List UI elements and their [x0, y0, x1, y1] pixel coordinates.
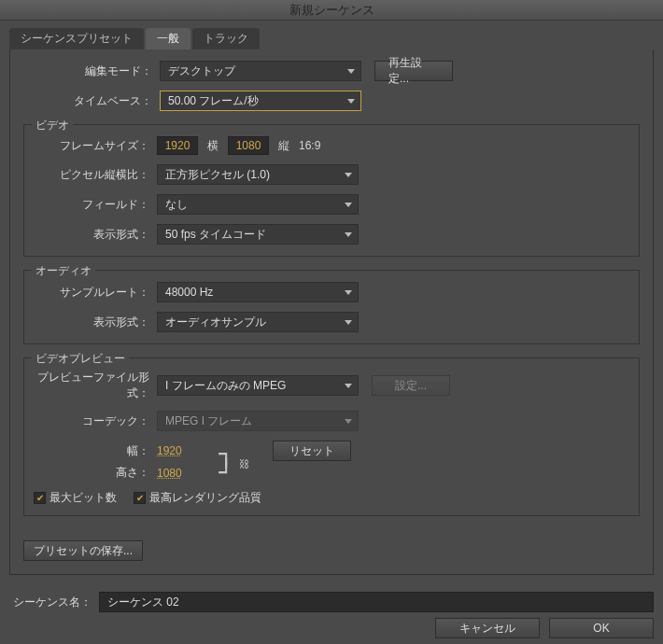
label-fields: フィールド： — [34, 197, 157, 213]
label-display-format-audio: 表示形式： — [34, 315, 157, 330]
video-display-format-dropdown[interactable]: 50 fps タイムコード — [157, 224, 359, 245]
label-sequence-name: シーケンス名： — [9, 595, 99, 610]
label-pixel-aspect: ピクセル縦横比： — [34, 167, 157, 183]
preview-group: ビデオプレビュー プレビューファイル形式： I フレームのみの MPEG 設定.… — [23, 357, 640, 516]
tab-sequence-presets[interactable]: シーケンスプリセット — [9, 28, 144, 49]
chevron-down-icon — [345, 320, 352, 325]
audio-display-format-value: オーディオサンプル — [165, 315, 266, 330]
label-display-format-video: 表示形式： — [34, 227, 157, 243]
label-height: 高さ： — [34, 465, 157, 481]
frame-width-input[interactable] — [157, 136, 198, 155]
window-titlebar: 新規シーケンス — [0, 0, 663, 21]
save-preset-button[interactable]: プリセットの保存... — [23, 540, 143, 561]
dialog-footer: キャンセル OK — [435, 618, 654, 638]
pixel-aspect-value: 正方形ピクセル (1.0) — [165, 167, 270, 183]
audio-group: オーディオ サンプルレート： 48000 Hz 表示形式： オーディオサンプル — [23, 270, 640, 344]
max-bit-depth-label: 最大ビット数 — [49, 490, 117, 506]
label-edit-mode: 編集モード： — [23, 63, 160, 79]
sample-rate-dropdown[interactable]: 48000 Hz — [157, 282, 359, 302]
preview-settings-button: 設定... — [372, 375, 450, 396]
codec-value: MPEG I フレーム — [165, 413, 252, 429]
edit-mode-value: デスクトップ — [168, 63, 235, 79]
max-bit-depth-checkbox[interactable]: ✔ 最大ビット数 — [34, 490, 117, 506]
label-timebase: タイムベース： — [23, 93, 160, 109]
preview-width-value[interactable]: 1920 — [157, 444, 190, 457]
video-legend: ビデオ — [32, 118, 73, 133]
check-icon: ✔ — [134, 492, 146, 504]
fields-dropdown[interactable]: なし — [157, 194, 359, 215]
tab-general[interactable]: 一般 — [146, 28, 190, 49]
preview-legend: ビデオプレビュー — [32, 351, 129, 367]
sequence-name-input[interactable] — [99, 592, 654, 612]
horiz-label: 横 — [207, 138, 219, 154]
chevron-down-icon — [345, 173, 352, 177]
audio-display-format-dropdown[interactable]: オーディオサンプル — [157, 312, 359, 332]
timebase-value: 50.00 フレーム/秒 — [168, 93, 259, 109]
check-icon: ✔ — [34, 492, 46, 504]
label-sample-rate: サンプルレート： — [34, 285, 157, 301]
max-render-quality-label: 最高レンダリング品質 — [149, 490, 261, 506]
codec-dropdown: MPEG I フレーム — [157, 411, 359, 431]
frame-height-input[interactable] — [228, 136, 269, 155]
general-panel: 編集モード： デスクトップ 再生設定... タイムベース： 50.00 フレーム… — [9, 49, 654, 575]
preview-height-value[interactable]: 1080 — [157, 467, 190, 480]
tab-tracks[interactable]: トラック — [192, 28, 260, 49]
reset-button[interactable]: リセット — [273, 441, 351, 461]
aspect-text: 16:9 — [299, 139, 320, 152]
label-width: 幅： — [34, 443, 157, 459]
cancel-button[interactable]: キャンセル — [435, 618, 540, 638]
label-codec: コーデック： — [34, 413, 157, 429]
video-display-format-value: 50 fps タイムコード — [165, 227, 266, 243]
sample-rate-value: 48000 Hz — [165, 286, 213, 299]
link-bracket-top: ┐ — [219, 449, 233, 458]
link-icon[interactable]: ⛓ — [239, 458, 249, 469]
vert-label: 縦 — [278, 138, 289, 154]
chevron-down-icon — [347, 99, 355, 104]
chevron-down-icon — [347, 69, 355, 74]
chevron-down-icon — [345, 290, 352, 295]
ok-button[interactable]: OK — [549, 618, 654, 638]
chevron-down-icon — [345, 419, 352, 424]
audio-legend: オーディオ — [32, 263, 95, 279]
playback-settings-button[interactable]: 再生設定... — [374, 61, 453, 81]
chevron-down-icon — [345, 232, 352, 237]
preview-file-format-value: I フレームのみの MPEG — [165, 378, 286, 394]
pixel-aspect-dropdown[interactable]: 正方形ピクセル (1.0) — [157, 164, 359, 185]
timebase-dropdown[interactable]: 50.00 フレーム/秒 — [160, 91, 361, 111]
fields-value: なし — [165, 197, 188, 213]
tabs: シーケンスプリセット 一般 トラック — [9, 28, 654, 49]
link-bracket-bottom: ┘ — [219, 468, 233, 477]
video-group: ビデオ フレームサイズ： 横 縦 16:9 ピクセル縦横比： 正方形ピクセル (… — [23, 124, 640, 257]
label-frame-size: フレームサイズ： — [34, 138, 157, 154]
label-preview-file-format: プレビューファイル形式： — [34, 370, 157, 401]
max-render-quality-checkbox[interactable]: ✔ 最高レンダリング品質 — [134, 490, 261, 506]
preview-file-format-dropdown[interactable]: I フレームのみの MPEG — [157, 375, 359, 396]
chevron-down-icon — [345, 384, 352, 388]
chevron-down-icon — [345, 203, 352, 207]
edit-mode-dropdown[interactable]: デスクトップ — [160, 61, 361, 81]
